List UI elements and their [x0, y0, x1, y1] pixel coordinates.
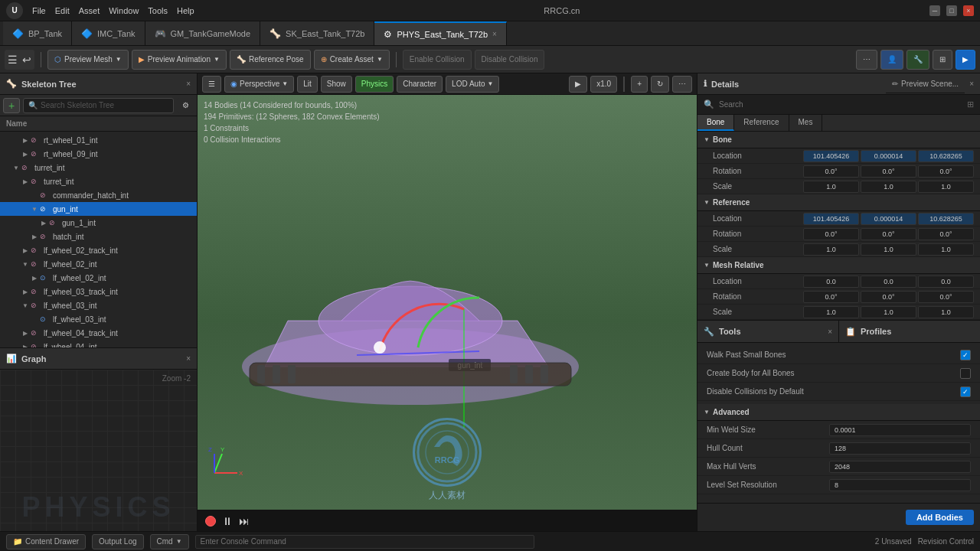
tab-gm-tank[interactable]: 🎮 GM_TankGameMode: [145, 21, 261, 45]
pause-button[interactable]: ⏸: [222, 515, 233, 527]
graph-content[interactable]: Zoom -2 PHYSICS: [0, 370, 197, 531]
reference-pose-button[interactable]: 🦴 Reference Pose: [230, 50, 311, 70]
viewport-refresh-button[interactable]: ↻: [651, 76, 669, 93]
ref-rotation-x[interactable]: 0.0°: [803, 228, 859, 240]
tab-bp-tank[interactable]: 🔷 BP_Tank: [3, 21, 72, 45]
show-button[interactable]: Show: [321, 76, 352, 93]
bone-scale-y[interactable]: 1.0: [861, 181, 916, 193]
tree-item-turret[interactable]: ▼ ⊘ turret_int: [0, 161, 197, 174]
ref-rotation-y[interactable]: 0.0°: [861, 228, 916, 240]
ref-location-y[interactable]: 0.000014: [861, 213, 916, 225]
level-set-value[interactable]: 8: [829, 479, 971, 491]
lit-button[interactable]: Lit: [297, 76, 318, 93]
skeleton-tree-close[interactable]: ×: [186, 80, 191, 88]
tree-item-lf-wheel-02[interactable]: ▼ ⊘ lf_wheel_02_int: [0, 257, 197, 271]
viewport-add-button[interactable]: +: [631, 76, 648, 93]
mesh-location-x[interactable]: 0.0: [803, 276, 859, 288]
menu-tools[interactable]: Tools: [148, 6, 168, 15]
details-tab-reference[interactable]: Reference: [734, 115, 789, 131]
record-button[interactable]: [205, 516, 216, 527]
menu-help[interactable]: Help: [177, 6, 194, 15]
toolbar-profile-button[interactable]: 👤: [880, 50, 903, 70]
maximize-button[interactable]: □: [946, 5, 957, 16]
menu-edit[interactable]: Edit: [55, 6, 70, 15]
tree-item-turret-int[interactable]: ▶ ⊘ turret_int: [0, 174, 197, 188]
minimize-button[interactable]: ─: [929, 5, 940, 16]
mesh-rotation-z[interactable]: 0.0°: [918, 291, 974, 303]
tree-item-lf-wheel-04[interactable]: ▶ ⊘ lf_wheel_04_int: [0, 340, 197, 347]
cmd-button[interactable]: Cmd ▼: [150, 534, 189, 549]
toolbar-build-button[interactable]: 🔧: [906, 50, 929, 70]
bone-scale-x[interactable]: 1.0: [803, 181, 859, 193]
advanced-section-header[interactable]: ▼ Advanced: [697, 404, 980, 421]
perspective-button[interactable]: ◉ Perspective ▼: [224, 76, 294, 93]
ref-scale-z[interactable]: 1.0: [918, 243, 974, 256]
bone-rotation-x[interactable]: 0.0°: [803, 165, 859, 178]
tree-item-commander-hatch[interactable]: ⊘ commander_hatch_int: [0, 188, 197, 202]
tree-item-lf-wheel-02-track[interactable]: ▶ ⊘ lf_wheel_02_track_int: [0, 243, 197, 257]
hull-count-value[interactable]: 128: [829, 442, 971, 455]
menu-file[interactable]: File: [32, 6, 46, 15]
mesh-rotation-y[interactable]: 0.0°: [861, 291, 916, 303]
create-body-checkbox[interactable]: [960, 368, 971, 379]
toolbar-play-button[interactable]: ▶: [956, 50, 975, 70]
tree-item-lf-wheel-04-track[interactable]: ▶ ⊘ lf_wheel_04_track_int: [0, 326, 197, 340]
bone-rotation-y[interactable]: 0.0°: [861, 165, 916, 178]
viewport-menu-button[interactable]: ☰: [202, 76, 221, 93]
mesh-scale-z[interactable]: 1.0: [918, 306, 974, 318]
toolbar-extra-button[interactable]: ⋯: [856, 50, 877, 70]
tree-item-gun-int[interactable]: ▼ ⊘ gun_int: [0, 202, 197, 216]
mesh-location-y[interactable]: 0.0: [861, 276, 916, 288]
min-weld-value[interactable]: 0.0001: [829, 424, 971, 436]
ref-rotation-z[interactable]: 0.0°: [918, 228, 974, 240]
mesh-location-z[interactable]: 0.0: [918, 276, 974, 288]
tree-item-hatch[interactable]: ▶ ⊘ hatch_int: [0, 230, 197, 243]
physics-button[interactable]: Physics: [355, 76, 394, 93]
reference-section-header[interactable]: ▼ Reference: [697, 194, 980, 211]
tree-item-rt-wheel-01[interactable]: ▶ ⊘ rt_wheel_01_int: [0, 133, 197, 147]
toolbar-icons[interactable]: ☰ ↩: [5, 50, 34, 70]
max-hull-verts-value[interactable]: 2048: [829, 461, 971, 473]
add-bone-button[interactable]: +: [3, 98, 20, 113]
skeleton-settings-button[interactable]: ⚙: [177, 98, 194, 113]
create-asset-button[interactable]: ⊕ Create Asset ▼: [314, 50, 390, 70]
tools-close-button[interactable]: ×: [828, 328, 832, 336]
details-close-button[interactable]: ×: [969, 80, 974, 88]
ref-scale-x[interactable]: 1.0: [803, 243, 859, 256]
tree-item-lf-wheel-03[interactable]: ▼ ⊘ lf_wheel_03_int: [0, 298, 197, 312]
tree-item-lf-wheel-03-track[interactable]: ▶ ⊘ lf_wheel_03_track_int: [0, 285, 197, 298]
preview-scene-button[interactable]: ✏ Preview Scene...: [886, 75, 965, 93]
add-bodies-button[interactable]: Add Bodies: [906, 510, 974, 525]
enable-collision-button[interactable]: Enable Collision: [403, 50, 472, 70]
toolbar-grid-button[interactable]: ⊞: [933, 50, 952, 70]
bone-location-y[interactable]: 0.000014: [861, 150, 916, 162]
bone-location-x[interactable]: 101.405426: [803, 150, 859, 162]
close-window-button[interactable]: ×: [963, 5, 974, 16]
mesh-scale-x[interactable]: 1.0: [803, 306, 859, 318]
disable-collisions-checkbox[interactable]: [960, 386, 971, 397]
step-button[interactable]: ⏭: [239, 515, 250, 527]
tree-item-rt-wheel-09[interactable]: ▶ ⊘ rt_wheel_09_int: [0, 147, 197, 161]
disable-collision-button[interactable]: Disable Collision: [475, 50, 545, 70]
preview-mesh-button[interactable]: ⬡ Preview Mesh ▼: [47, 50, 129, 70]
tree-item-lf-wheel-02-sub[interactable]: ▶ ⊙ lf_wheel_02_int: [0, 271, 197, 285]
unreal-logo[interactable]: U: [6, 2, 23, 19]
details-tab-mes[interactable]: Mes: [789, 115, 823, 131]
output-log-button[interactable]: Output Log: [92, 534, 143, 549]
graph-close-button[interactable]: ×: [186, 354, 191, 363]
tree-item-gun-1-int[interactable]: ▶ ⊘ gun_1_int: [0, 216, 197, 230]
character-button[interactable]: Character: [397, 76, 443, 93]
bone-rotation-z[interactable]: 0.0°: [918, 165, 974, 178]
preview-animation-button[interactable]: ▶ Preview Animation ▼: [132, 50, 227, 70]
mesh-relative-section-header[interactable]: ▼ Mesh Relative: [697, 257, 980, 274]
tab-close-button[interactable]: ×: [492, 30, 497, 38]
tab-phys-tank[interactable]: ⚙ PHYS_East_Tank_T72b ×: [374, 21, 506, 45]
menu-asset[interactable]: Asset: [79, 6, 100, 15]
tab-sk-tank[interactable]: 🦴 SK_East_Tank_T72b: [260, 21, 374, 45]
content-drawer-button[interactable]: 📁 Content Drawer: [6, 534, 86, 549]
lod-button[interactable]: LOD Auto ▼: [446, 76, 499, 93]
play-rate-button[interactable]: x1.0: [590, 76, 617, 93]
console-command-input[interactable]: [201, 537, 529, 546]
menu-window[interactable]: Window: [109, 6, 139, 15]
viewport-more-button[interactable]: ⋯: [672, 76, 692, 93]
